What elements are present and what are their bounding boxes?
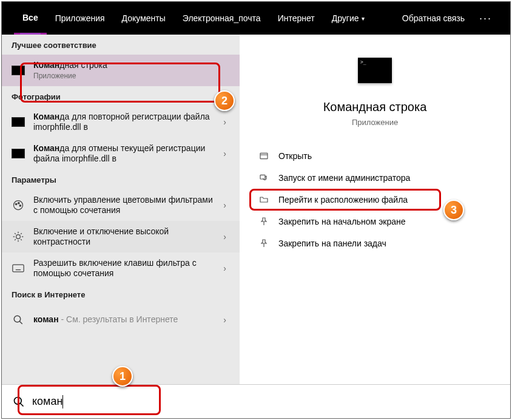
feedback-link[interactable]: Обратная связь xyxy=(394,2,473,35)
svg-point-26 xyxy=(15,397,22,404)
section-settings: Параметры xyxy=(2,169,240,189)
tab-other[interactable]: Другие▾ xyxy=(323,2,373,35)
cmd-icon xyxy=(12,115,25,129)
svg-line-12 xyxy=(21,233,22,234)
tab-documents[interactable]: Документы xyxy=(113,2,174,35)
chevron-right-icon: › xyxy=(217,117,232,127)
list-item[interactable]: Разрешить включение клавиш фильтра с пом… xyxy=(2,252,240,284)
shield-icon xyxy=(258,173,270,183)
best-match-item[interactable]: Командная строка Приложение xyxy=(2,55,240,86)
tab-email[interactable]: Электронная_почта xyxy=(174,2,269,35)
list-item[interactable]: Команда для повторной регистрации файла … xyxy=(2,106,240,138)
result-detail-panel: Командная строка Приложение Открыть Запу… xyxy=(240,35,510,384)
chevron-right-icon: › xyxy=(217,200,232,210)
detail-title: Командная строка xyxy=(323,100,427,114)
svg-rect-21 xyxy=(260,153,268,158)
chevron-right-icon: › xyxy=(217,263,232,273)
svg-point-19 xyxy=(14,316,21,322)
keyboard-icon xyxy=(12,262,25,275)
section-best-match: Лучшее соответствие xyxy=(2,35,240,55)
detail-subtitle: Приложение xyxy=(352,118,398,127)
tab-internet[interactable]: Интернет xyxy=(269,2,323,35)
action-run-as-admin[interactable]: Запуск от имени администратора xyxy=(258,167,492,189)
open-icon xyxy=(258,151,270,161)
chevron-right-icon: › xyxy=(217,232,232,242)
section-web: Поиск в Интернете xyxy=(2,284,240,304)
chevron-right-icon: › xyxy=(217,315,232,325)
cmd-icon xyxy=(12,147,25,160)
search-icon xyxy=(13,396,25,408)
svg-line-9 xyxy=(15,233,16,234)
action-pin-to-start[interactable]: Закрепить на начальном экране xyxy=(258,211,492,232)
svg-line-11 xyxy=(15,239,16,240)
folder-icon xyxy=(258,195,270,205)
svg-point-0 xyxy=(14,201,23,210)
svg-point-3 xyxy=(19,205,21,207)
chevron-down-icon: ▾ xyxy=(362,15,365,22)
chevron-right-icon: › xyxy=(217,149,232,158)
list-item[interactable]: Включить управление цветовыми фильтрами … xyxy=(2,189,240,221)
tab-apps[interactable]: Приложения xyxy=(47,2,113,35)
pin-icon xyxy=(258,217,270,226)
svg-point-4 xyxy=(16,235,21,239)
action-open[interactable]: Открыть xyxy=(258,145,492,167)
svg-line-27 xyxy=(21,403,24,406)
tab-all[interactable]: Все xyxy=(14,2,47,35)
search-input-text: коман xyxy=(32,395,62,408)
palette-icon xyxy=(12,198,25,212)
svg-line-10 xyxy=(21,239,22,240)
web-search-item[interactable]: коман - См. результаты в Интернете › xyxy=(2,304,240,336)
svg-rect-13 xyxy=(13,265,24,272)
svg-point-2 xyxy=(18,202,20,204)
list-item[interactable]: Включение и отключение высокой контрастн… xyxy=(2,221,240,252)
svg-rect-23 xyxy=(260,175,265,179)
section-photos: Фотографии xyxy=(2,86,240,106)
svg-line-20 xyxy=(19,321,22,324)
list-item[interactable]: Команда для отмены текущей регистрации ф… xyxy=(2,138,240,169)
search-results-panel: Лучшее соответствие Командная строка При… xyxy=(2,35,240,384)
search-icon xyxy=(12,313,25,327)
more-icon[interactable]: ··· xyxy=(473,12,498,25)
pin-icon xyxy=(258,239,270,248)
brightness-icon xyxy=(12,230,25,243)
cmd-icon xyxy=(12,64,25,77)
app-preview-icon xyxy=(358,58,392,83)
action-open-file-location[interactable]: Перейти к расположению файла xyxy=(258,189,492,211)
search-bar[interactable]: коман xyxy=(2,384,510,418)
search-category-tabs: Все Приложения Документы Электронная_поч… xyxy=(2,2,510,35)
action-pin-to-taskbar[interactable]: Закрепить на панели задач xyxy=(258,232,492,254)
svg-point-1 xyxy=(15,203,17,205)
